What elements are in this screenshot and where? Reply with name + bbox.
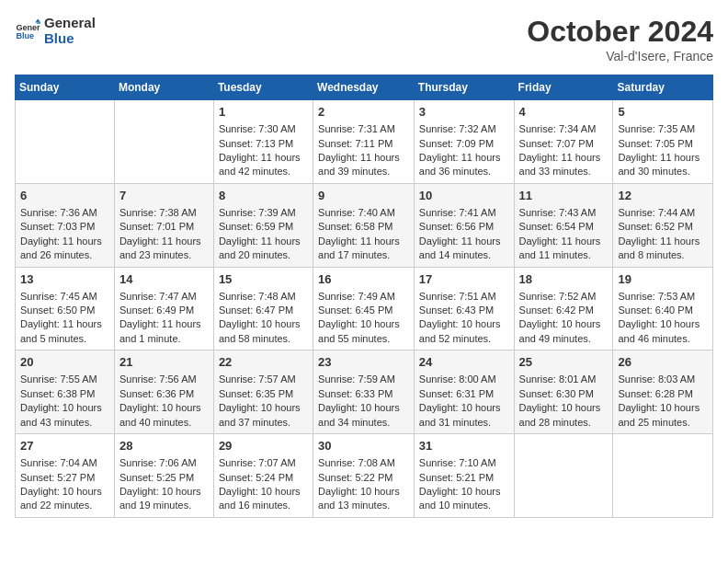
day-number: 8: [219, 188, 308, 204]
day-number: 20: [20, 354, 109, 371]
logo-icon: General Blue: [15, 17, 40, 43]
calendar-cell: 22Sunrise: 7:57 AMSunset: 6:35 PMDayligh…: [213, 350, 313, 434]
calendar-cell: 24Sunrise: 8:00 AMSunset: 6:31 PMDayligh…: [414, 350, 514, 434]
day-info-line: Sunset: 6:42 PM: [519, 304, 609, 317]
day-info-line: Daylight: 11 hours and 20 minutes.: [219, 235, 308, 263]
day-info-line: Sunset: 7:09 PM: [419, 137, 509, 151]
calendar-cell: 31Sunrise: 7:10 AMSunset: 5:21 PMDayligh…: [414, 434, 514, 518]
day-number: 6: [20, 188, 109, 204]
day-info-line: Daylight: 10 hours and 46 minutes.: [618, 317, 708, 346]
day-info-line: Sunset: 6:59 PM: [219, 220, 308, 234]
day-info-line: Sunset: 7:11 PM: [318, 137, 409, 151]
day-info-line: Sunrise: 7:52 AM: [519, 290, 609, 304]
day-info-line: Sunrise: 7:45 AM: [20, 290, 109, 304]
day-info-line: Sunrise: 7:49 AM: [318, 290, 409, 304]
calendar-cell: [16, 100, 115, 184]
calendar-week-row: 27Sunrise: 7:04 AMSunset: 5:27 PMDayligh…: [16, 434, 713, 518]
calendar-cell: 30Sunrise: 7:08 AMSunset: 5:22 PMDayligh…: [313, 434, 415, 518]
day-info-line: Sunrise: 7:30 AM: [219, 122, 308, 136]
day-info-line: Sunset: 7:07 PM: [519, 137, 609, 151]
day-info-line: Daylight: 10 hours and 43 minutes.: [20, 401, 109, 430]
calendar-cell: 9Sunrise: 7:40 AMSunset: 6:58 PMDaylight…: [313, 183, 415, 267]
header-day-sunday: Sunday: [16, 75, 115, 100]
calendar-week-row: 1Sunrise: 7:30 AMSunset: 7:13 PMDaylight…: [16, 100, 713, 184]
calendar-cell: 27Sunrise: 7:04 AMSunset: 5:27 PMDayligh…: [16, 434, 115, 518]
day-number: 29: [219, 438, 308, 454]
calendar-cell: 10Sunrise: 7:41 AMSunset: 6:56 PMDayligh…: [414, 183, 514, 267]
day-info-line: Sunset: 7:01 PM: [119, 220, 209, 234]
day-info-line: Sunrise: 7:38 AM: [119, 206, 209, 220]
day-info-line: Daylight: 10 hours and 31 minutes.: [419, 401, 509, 430]
day-number: 31: [419, 438, 509, 454]
calendar-cell: 11Sunrise: 7:43 AMSunset: 6:54 PMDayligh…: [514, 183, 613, 267]
day-number: 24: [419, 354, 509, 371]
day-info-line: Sunrise: 7:04 AM: [20, 456, 109, 470]
day-number: 7: [119, 188, 209, 204]
day-info-line: Sunrise: 7:35 AM: [618, 122, 708, 136]
day-info-line: Daylight: 11 hours and 8 minutes.: [618, 235, 708, 263]
day-info-line: Daylight: 10 hours and 40 minutes.: [119, 401, 209, 430]
day-info-line: Daylight: 10 hours and 55 minutes.: [318, 317, 409, 346]
day-info-line: Daylight: 10 hours and 58 minutes.: [219, 317, 308, 346]
day-number: 16: [318, 271, 409, 288]
calendar-cell: 20Sunrise: 7:55 AMSunset: 6:38 PMDayligh…: [16, 350, 115, 434]
day-info-line: Sunrise: 7:36 AM: [20, 206, 109, 220]
day-number: 9: [318, 188, 409, 204]
day-info-line: Sunset: 6:54 PM: [519, 220, 609, 234]
day-number: 18: [519, 271, 609, 288]
day-number: 25: [519, 354, 609, 371]
day-info-line: Sunrise: 7:39 AM: [219, 206, 308, 220]
day-info-line: Sunrise: 7:55 AM: [20, 373, 109, 386]
day-info-line: Daylight: 11 hours and 30 minutes.: [618, 151, 708, 179]
day-info-line: Sunset: 5:24 PM: [219, 471, 308, 485]
calendar-cell: 2Sunrise: 7:31 AMSunset: 7:11 PMDaylight…: [313, 100, 415, 184]
day-info-line: Sunset: 6:35 PM: [219, 387, 308, 401]
calendar-cell: 16Sunrise: 7:49 AMSunset: 6:45 PMDayligh…: [313, 267, 415, 350]
header-day-saturday: Saturday: [613, 75, 713, 100]
day-info-line: Daylight: 10 hours and 19 minutes.: [119, 485, 209, 513]
page-header: General Blue General Blue October 2024 V…: [15, 15, 713, 63]
calendar-cell: 6Sunrise: 7:36 AMSunset: 7:03 PMDaylight…: [16, 183, 115, 267]
day-info-line: Sunset: 6:47 PM: [219, 304, 308, 317]
day-info-line: Daylight: 10 hours and 37 minutes.: [219, 401, 308, 430]
day-info-line: Sunrise: 7:31 AM: [318, 122, 409, 136]
day-info-line: Daylight: 10 hours and 16 minutes.: [219, 485, 308, 513]
day-info-line: Sunrise: 7:06 AM: [119, 456, 209, 470]
calendar-cell: 17Sunrise: 7:51 AMSunset: 6:43 PMDayligh…: [414, 267, 514, 350]
day-info-line: Sunset: 6:56 PM: [419, 220, 509, 234]
day-info-line: Daylight: 11 hours and 5 minutes.: [20, 317, 109, 346]
day-info-line: Sunset: 5:22 PM: [318, 471, 409, 485]
calendar-cell: 18Sunrise: 7:52 AMSunset: 6:42 PMDayligh…: [514, 267, 613, 350]
day-info-line: Daylight: 11 hours and 23 minutes.: [119, 235, 209, 263]
day-number: 26: [618, 354, 708, 371]
day-info-line: Sunset: 7:13 PM: [219, 137, 308, 151]
day-info-line: Sunset: 6:30 PM: [519, 387, 609, 401]
day-number: 5: [618, 104, 708, 121]
day-info-line: Sunrise: 7:08 AM: [318, 456, 409, 470]
calendar-cell: 13Sunrise: 7:45 AMSunset: 6:50 PMDayligh…: [16, 267, 115, 350]
day-info-line: Sunrise: 7:40 AM: [318, 206, 409, 220]
day-info-line: Daylight: 11 hours and 1 minute.: [119, 317, 209, 346]
header-day-tuesday: Tuesday: [213, 75, 313, 100]
day-info-line: Sunrise: 7:57 AM: [219, 373, 308, 386]
calendar-cell: 15Sunrise: 7:48 AMSunset: 6:47 PMDayligh…: [213, 267, 313, 350]
calendar-week-row: 13Sunrise: 7:45 AMSunset: 6:50 PMDayligh…: [16, 267, 713, 350]
month-title: October 2024: [527, 15, 713, 49]
day-info-line: Sunset: 6:38 PM: [20, 387, 109, 401]
day-number: 21: [119, 354, 209, 371]
day-info-line: Sunset: 7:03 PM: [20, 220, 109, 234]
day-info-line: Sunrise: 7:48 AM: [219, 290, 308, 304]
day-info-line: Daylight: 10 hours and 25 minutes.: [618, 401, 708, 430]
day-number: 17: [419, 271, 509, 288]
header-day-friday: Friday: [514, 75, 613, 100]
day-info-line: Daylight: 11 hours and 39 minutes.: [318, 151, 409, 179]
calendar-cell: 3Sunrise: 7:32 AMSunset: 7:09 PMDaylight…: [414, 100, 514, 184]
calendar-cell: 1Sunrise: 7:30 AMSunset: 7:13 PMDaylight…: [213, 100, 313, 184]
day-info-line: Sunrise: 7:47 AM: [119, 290, 209, 304]
day-number: 10: [419, 188, 509, 204]
day-number: 28: [119, 438, 209, 454]
calendar-cell: 14Sunrise: 7:47 AMSunset: 6:49 PMDayligh…: [114, 267, 213, 350]
location: Val-d'Isere, France: [527, 49, 713, 63]
day-info-line: Sunset: 6:31 PM: [419, 387, 509, 401]
calendar-cell: 12Sunrise: 7:44 AMSunset: 6:52 PMDayligh…: [613, 183, 713, 267]
